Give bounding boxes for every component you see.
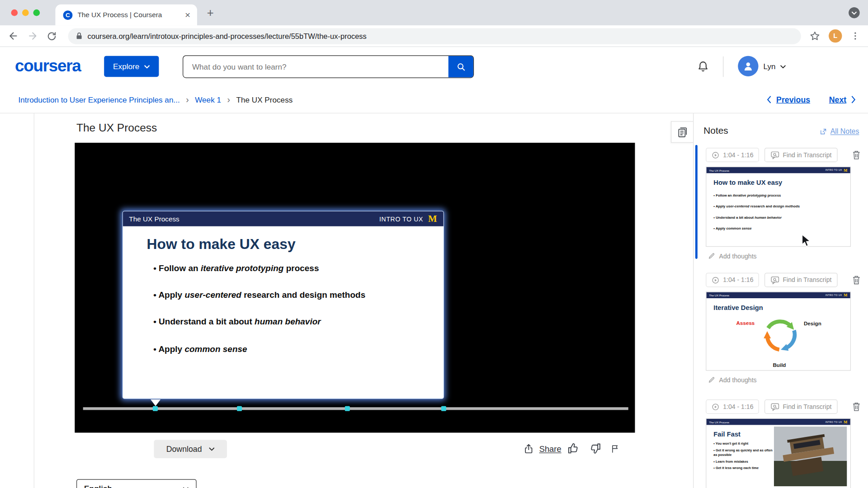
all-notes-link[interactable]: All Notes xyxy=(819,127,859,136)
report-flag-button[interactable] xyxy=(610,443,620,454)
michigan-m-logo: M xyxy=(844,293,847,297)
collapsed-course-nav[interactable] xyxy=(0,113,34,488)
notes-icon xyxy=(676,126,689,138)
language-value: English xyxy=(84,484,112,488)
forward-button[interactable] xyxy=(27,30,38,41)
note-card[interactable]: 1:04 - 1:16 Find in Transcript The UX Pr… xyxy=(693,145,868,259)
search-bar xyxy=(183,55,474,78)
notifications-bell-icon[interactable] xyxy=(696,60,709,73)
note-marker[interactable] xyxy=(237,406,242,411)
search-icon xyxy=(456,62,466,72)
slide-header: The UX Process INTRO TO UX M xyxy=(123,211,443,226)
slide-header: The UX Process INTRO TO UX M xyxy=(706,419,850,425)
browser-tabbar: C The UX Process | Coursera × + xyxy=(0,0,868,25)
breadcrumb-course-link[interactable]: Introduction to User Experience Principl… xyxy=(18,95,179,104)
minimize-window-button[interactable] xyxy=(22,9,29,16)
share-label: Share xyxy=(539,444,561,454)
all-notes-label: All Notes xyxy=(830,127,859,136)
find-in-transcript-button[interactable]: Find in Transcript xyxy=(764,399,838,414)
delete-note-button[interactable] xyxy=(852,150,861,160)
find-in-transcript-button[interactable]: Find in Transcript xyxy=(764,148,838,162)
back-button[interactable] xyxy=(8,30,19,41)
delete-note-button[interactable] xyxy=(852,275,861,285)
browser-tab[interactable]: C The UX Process | Coursera × xyxy=(55,5,197,26)
add-thoughts-button[interactable]: Add thoughts xyxy=(708,376,756,384)
slide-header-title: The UX Process xyxy=(709,294,730,297)
page-title: The UX Process xyxy=(76,122,157,134)
slide-bullet: Understand a bit about human behavior xyxy=(713,215,850,219)
slide-bullet: Apply user-centered research and design … xyxy=(713,204,850,208)
breadcrumb-week-link[interactable]: Week 1 xyxy=(195,95,221,104)
note-card[interactable]: 1:04 - 1:16 Find in Transcript The UX Pr… xyxy=(693,397,868,488)
note-thumbnail[interactable]: The UX Process INTRO TO UX M Iterative D… xyxy=(706,291,851,371)
note-timestamp-button[interactable]: 1:04 - 1:16 xyxy=(706,273,759,287)
coursera-logo[interactable]: coursera xyxy=(15,56,80,75)
find-in-transcript-label: Find in Transcript xyxy=(783,152,831,159)
download-button[interactable]: Download xyxy=(154,440,227,458)
slide-course-label: INTRO TO UX xyxy=(379,216,423,222)
note-timestamp: 1:04 - 1:16 xyxy=(723,152,753,159)
chevron-down-icon[interactable] xyxy=(780,65,786,69)
chevron-down-circle-icon[interactable] xyxy=(849,7,859,18)
browser-profile-avatar[interactable]: L xyxy=(829,29,842,42)
note-timestamp: 1:04 - 1:16 xyxy=(723,277,753,283)
add-thoughts-button[interactable]: Add thoughts xyxy=(708,252,756,259)
share-button[interactable]: Share xyxy=(523,443,561,454)
reload-button[interactable] xyxy=(47,31,57,41)
notes-rail-toggle-button[interactable] xyxy=(671,121,693,143)
chevron-right-icon xyxy=(851,95,856,103)
new-tab-button[interactable]: + xyxy=(204,6,217,19)
cycle-label-design: Design xyxy=(804,320,821,326)
url-bar[interactable]: coursera.org/learn/introtoux-principles-… xyxy=(68,28,801,44)
search-input[interactable] xyxy=(183,56,448,78)
play-icon xyxy=(711,151,719,159)
note-timestamp: 1:04 - 1:16 xyxy=(723,404,753,410)
slide-bullet: Apply common sense xyxy=(153,344,247,354)
window-controls xyxy=(11,9,40,16)
note-marker[interactable] xyxy=(441,406,446,411)
browser-menu-icon[interactable] xyxy=(850,31,860,41)
slide-header-title: The UX Process xyxy=(709,169,730,172)
note-marker[interactable] xyxy=(345,406,350,411)
note-timestamp-button[interactable]: 1:04 - 1:16 xyxy=(706,399,759,414)
cycle-label-assess: Assess xyxy=(736,320,755,326)
zoom-window-button[interactable] xyxy=(33,9,40,16)
note-card[interactable]: 1:04 - 1:16 Find in Transcript The UX Pr… xyxy=(693,270,868,384)
cycle-label-build: Build xyxy=(773,362,786,368)
site-header: coursera Explore Lyn xyxy=(0,47,868,86)
previous-label: Previous xyxy=(776,95,810,104)
user-avatar[interactable] xyxy=(738,56,758,76)
explore-button[interactable]: Explore xyxy=(104,56,159,77)
user-name[interactable]: Lyn xyxy=(764,62,776,71)
notes-panel: Notes All Notes 1:04 - 1:16 Find in Tran… xyxy=(693,113,868,488)
previous-button[interactable]: Previous xyxy=(767,95,810,104)
breadcrumb-current: The UX Process xyxy=(236,95,292,104)
search-button[interactable] xyxy=(448,56,473,78)
language-select[interactable]: English xyxy=(76,479,197,488)
slide-bullet: Get it wrong as quickly and as often as … xyxy=(713,448,775,457)
slide-course-label: INTRO TO UX xyxy=(826,421,842,423)
tab-close-icon[interactable]: × xyxy=(184,10,192,20)
delete-note-button[interactable] xyxy=(852,402,861,412)
trash-icon xyxy=(852,402,861,412)
next-button[interactable]: Next xyxy=(829,95,856,104)
slide-header-title: The UX Process xyxy=(129,215,179,223)
video-slide: The UX Process INTRO TO UX M How to make… xyxy=(123,211,444,399)
playhead-marker[interactable] xyxy=(151,399,160,406)
video-progress-bar[interactable] xyxy=(83,407,628,410)
note-timestamp-button[interactable]: 1:04 - 1:16 xyxy=(706,148,759,162)
transcript-search-icon xyxy=(770,151,779,159)
note-thumbnail[interactable]: The UX Process INTRO TO UX M How to make… xyxy=(706,167,851,247)
slide-header-title: The UX Process xyxy=(709,420,730,423)
thumbs-down-button[interactable] xyxy=(589,442,602,455)
pencil-icon xyxy=(708,252,715,259)
note-thumbnail[interactable]: The UX Process INTRO TO UX M Fail Fast Y… xyxy=(706,418,851,488)
video-player[interactable]: The UX Process INTRO TO UX M How to make… xyxy=(75,143,635,433)
chevron-down-icon xyxy=(144,65,150,69)
bookmark-star-icon[interactable] xyxy=(809,30,820,41)
thumbs-up-button[interactable] xyxy=(567,442,580,455)
find-in-transcript-button[interactable]: Find in Transcript xyxy=(764,273,838,287)
slide-bullet: Get it less wrong each time xyxy=(713,466,775,470)
close-window-button[interactable] xyxy=(11,9,18,16)
note-marker[interactable] xyxy=(153,406,158,411)
